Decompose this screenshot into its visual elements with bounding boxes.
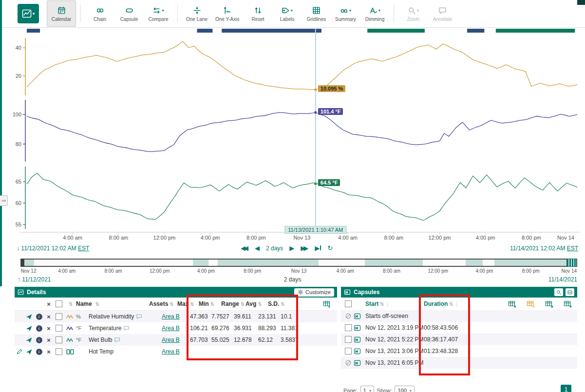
column-stats-icon[interactable] [527, 300, 535, 308]
comment-icon[interactable] [136, 314, 142, 319]
capsule-row[interactable]: Starts off-screen [341, 310, 577, 322]
overview-timeline[interactable] [20, 259, 577, 267]
toolbar-button-summary[interactable]: ▾ Summary [331, 0, 360, 27]
customize-button[interactable]: Customize [294, 288, 334, 297]
page-select[interactable]: 1▾ [360, 386, 374, 392]
overview-right-handle[interactable] [566, 259, 577, 267]
row-checkbox[interactable] [56, 336, 62, 343]
range-duration-label[interactable]: 2 days [266, 245, 283, 252]
details-row-temperature[interactable]: i × °F Temperature Area B 106.21 69.276 … [15, 322, 337, 334]
refresh-icon[interactable]: ↻ [327, 244, 333, 252]
pin-icon[interactable] [23, 325, 34, 332]
column-header-duration[interactable]: Duration⇅⋮ [424, 300, 471, 307]
asset-link[interactable]: Area B [162, 336, 180, 343]
column-header-assets[interactable]: Assets⇅ [149, 300, 177, 307]
gridlines-icon [312, 5, 321, 15]
show-select[interactable]: 100▾ [395, 386, 414, 392]
asset-link[interactable]: Area B [162, 313, 180, 320]
column-header-max[interactable]: Max⇅ [177, 300, 199, 307]
workbench-logo-button[interactable]: ▾ [18, 4, 39, 23]
toolbar-button-zoom[interactable]: ▾ Zoom [398, 0, 428, 27]
toolbar-button-one-y-axis[interactable]: One Y-Axis [211, 0, 243, 27]
details-row-wet-bulb[interactable]: i × °F Wet Bulb Area B 67.703 55.025 12.… [15, 334, 337, 346]
jump-to-end-button[interactable]: ▶ [315, 244, 321, 252]
toolbar-button-capsule[interactable]: Capsule [114, 0, 144, 27]
timezone-link[interactable]: EST [78, 245, 89, 252]
info-icon[interactable]: i [34, 325, 44, 332]
toolbar-button-chain[interactable]: Chain [85, 0, 114, 27]
stat-sd: 3.5837 [281, 336, 300, 343]
row-checkbox[interactable] [56, 325, 62, 332]
chevron-down-icon: ▾ [162, 8, 164, 13]
step-back-button[interactable]: ◀ [255, 244, 260, 252]
capsule-row[interactable]: Nov 13, 2021 3:06 PM 01:23:48.328 [341, 345, 577, 357]
asset-link[interactable]: Area B [162, 325, 180, 332]
info-icon[interactable]: i [34, 314, 44, 320]
column-header-sd[interactable]: S.D.⇅ [268, 300, 287, 307]
capsule-row[interactable]: Nov 13, 2021 6:05 PM [341, 357, 577, 369]
toolbar-button-gridlines[interactable]: Gridlines [302, 0, 331, 27]
pin-icon[interactable] [23, 348, 34, 355]
arrow-up-icon[interactable]: ↑ [18, 276, 20, 283]
remove-icon[interactable]: × [44, 336, 54, 344]
column-header-name[interactable]: Name⇅ [76, 300, 149, 307]
remove-icon[interactable]: × [44, 325, 54, 332]
capsules-panel-header: Capsules [341, 287, 577, 298]
sidebar-collapse-handle[interactable]: «» [0, 195, 8, 206]
remove-icon[interactable]: × [44, 313, 54, 320]
search-button[interactable] [554, 288, 563, 296]
column-header-min[interactable]: Min⇅ [199, 300, 221, 307]
add-column-icon[interactable] [323, 300, 331, 308]
info-icon[interactable]: i [34, 349, 44, 355]
comment-icon[interactable] [114, 337, 120, 343]
grid-options-icon[interactable] [545, 300, 554, 308]
timezone-link[interactable]: EST [567, 245, 578, 252]
asset-link[interactable]: Area B [162, 348, 180, 355]
toolbar-button-calendar[interactable]: Calendar [47, 0, 76, 27]
details-row-hot-temp[interactable]: i × Hot Temp Area B [15, 346, 337, 357]
step-forward-button[interactable]: ▶ [289, 244, 294, 252]
overview-left-handle[interactable] [21, 259, 24, 267]
capsule-row[interactable]: Nov 12, 2021 3:19 PM 00:58:43.506 [341, 322, 577, 334]
grid-export-icon[interactable] [564, 300, 572, 308]
row-checkbox[interactable] [56, 313, 62, 320]
info-icon[interactable]: i [34, 337, 44, 343]
show-label: Show: [377, 388, 392, 392]
pin-icon[interactable] [23, 336, 34, 344]
dimming-icon: ▾ [369, 5, 380, 15]
row-checkbox[interactable] [345, 336, 352, 343]
overview-tick-label: 8:00 am [383, 268, 400, 274]
column-header-range[interactable]: Range⇅ [221, 300, 245, 307]
capsule-row[interactable]: Nov 12, 2021 5:22 PM 08:36:17.407 [341, 334, 577, 345]
select-all-checkbox[interactable] [56, 300, 62, 307]
comment-icon[interactable] [123, 325, 130, 331]
remove-all-icon[interactable]: × [47, 300, 51, 308]
row-checkbox[interactable] [345, 324, 352, 331]
remove-icon[interactable]: × [44, 348, 54, 355]
sort-icon[interactable]: ⇅ [69, 301, 73, 307]
jump-forward-button[interactable]: ▶▶ [301, 244, 306, 252]
add-column-icon[interactable] [508, 300, 517, 308]
arrow-down-icon[interactable]: ↓ [17, 245, 19, 252]
select-all-checkbox[interactable] [345, 300, 352, 307]
toolbar-button-annotate[interactable]: Annotate [428, 0, 457, 27]
row-checkbox[interactable] [56, 348, 62, 355]
edit-icon[interactable] [15, 349, 23, 355]
row-checkbox[interactable] [345, 348, 352, 355]
details-row-relative-humidity[interactable]: i × % Relative Humidity Area B 47.363 7.… [15, 311, 337, 322]
capsule-start: Nov 12, 2021 3:19 PM [365, 324, 424, 331]
column-header-start[interactable]: Start⇅⋮ [365, 300, 424, 307]
toolbar-button-compare[interactable]: ▾ Compare [144, 0, 173, 27]
chain-icon [96, 5, 104, 15]
trend-chart[interactable]: 402010080656055 [0, 0, 585, 243]
page-number-button[interactable]: 1 [561, 385, 571, 392]
toolbar-button-reset[interactable]: Reset [243, 0, 272, 27]
jump-back-button[interactable]: ◀◀ [241, 244, 246, 252]
toolbar-button-dimming[interactable]: ▾ Dimming [360, 0, 389, 27]
column-header-avg[interactable]: Avg⇅ [245, 300, 268, 307]
capsule-duration: 00:58:43.506 [424, 324, 471, 331]
collapse-button[interactable] [566, 288, 574, 296]
toolbar-button-labels[interactable]: ▾ Labels [272, 0, 302, 27]
toolbar-button-one-lane[interactable]: One Lane [182, 0, 211, 27]
pin-icon[interactable] [23, 313, 34, 320]
